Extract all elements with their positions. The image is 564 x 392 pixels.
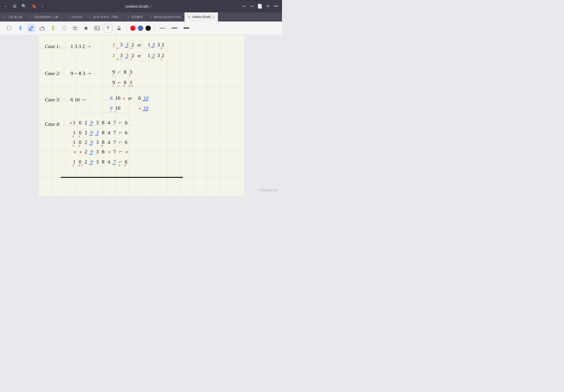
c4r3-9: 9 [90, 149, 93, 155]
case1-r2-1: 1 [112, 52, 115, 58]
tab-wrong-question[interactable]: ✕ Wrong question book [147, 13, 184, 22]
content-layer: Case 1: 1 3 3 2 → 1 ✕ 3 3 2 ✕ or 1 3 [38, 35, 244, 196]
tab-formula[interactable]: ✕ Formula [64, 13, 86, 22]
tab-shang-ce[interactable]: ✕ 上册 第七版 [0, 13, 26, 22]
line-width-medium-button[interactable] [170, 27, 179, 29]
stamp-tool-button[interactable] [115, 24, 123, 32]
case1-r1-x2: ✕ [130, 47, 132, 50]
search-button[interactable]: 🔍 [21, 4, 27, 9]
c4r2-7: 7 [113, 139, 116, 145]
text-tool-button[interactable]: T [104, 24, 112, 32]
case1-label: Case 1: [45, 43, 60, 49]
highlighter-tool-button[interactable] [49, 24, 57, 32]
tab-close-icon[interactable]: ✕ [150, 15, 152, 19]
pen-icon [29, 26, 33, 31]
toolbar: T [0, 22, 282, 35]
tab-gaodeng[interactable]: ✕ 高等数学 [124, 13, 147, 22]
pen-tool-button[interactable] [27, 24, 35, 32]
case1-r1v2-3a: 3 [152, 42, 155, 48]
tab-close-icon[interactable]: ✕ [3, 15, 5, 19]
tab-close-icon[interactable]: ✕ [29, 15, 31, 19]
color-blue-button[interactable] [138, 26, 143, 31]
tab-label: Formula [72, 15, 82, 19]
color-black-button[interactable] [146, 26, 151, 31]
close-window-button[interactable]: ✕ [266, 4, 270, 9]
tab-expand-icon[interactable]: ⊞ [212, 15, 215, 19]
lasso-tool-button[interactable] [60, 24, 68, 32]
c4r4-x6: ✕ [124, 164, 126, 167]
c4s0-9: 9 [90, 120, 93, 126]
tab-xi-ti[interactable]: ✕ 习题全解指南 (上册... [26, 13, 64, 22]
separator-2 [154, 25, 154, 31]
more-options-button[interactable]: ••• [274, 4, 278, 9]
case3-r2-check16: ✓ [114, 110, 116, 113]
image-tool-button[interactable] [93, 24, 101, 32]
case1-r2-3b: 3 [125, 52, 128, 58]
share-button[interactable]: ↑ [41, 4, 43, 9]
c4s0-j: ⌐ [119, 120, 122, 126]
c4r1-3: 3 [96, 129, 99, 136]
c4s0-1: 1 [73, 120, 76, 126]
c4r4-2: 2 [85, 159, 87, 165]
back-button[interactable]: ← [4, 4, 8, 9]
c4r3-x4: ✕ [108, 150, 111, 154]
line-width-thick-button[interactable] [182, 27, 191, 30]
document-title[interactable]: Untitled (Draft) [125, 4, 149, 8]
c4r3-x6: ✕ [125, 150, 128, 154]
titlebar-right: ↩ ↪ 📄 ✕ ••• [242, 4, 278, 9]
redo-button[interactable]: ↪ [250, 4, 253, 9]
c4r3-j: ⌐ [119, 149, 122, 155]
case4-label: Case 4: [45, 121, 60, 127]
tab-label: 上册 第七版 [7, 15, 22, 19]
tab-label: 习题全解指南 (上册... [33, 15, 60, 19]
line-width-thin-button[interactable] [158, 27, 167, 29]
title-dropdown-icon[interactable]: ∨ [150, 4, 152, 8]
c4r3-7: 7 [113, 149, 116, 155]
canvas-area[interactable]: Case 1: 1 3 3 2 → 1 ✕ 3 3 2 ✕ or 1 3 [0, 35, 282, 196]
color-red-button[interactable] [130, 26, 136, 31]
eraser-tool-button[interactable] [38, 24, 46, 32]
tab-untitled-draft[interactable]: ✕ Untitled (Draft) ⊞ [184, 13, 218, 22]
tab-label: 高等数学 [131, 15, 143, 19]
stamp-icon [116, 26, 122, 31]
case1-r2-x2: ✕ [130, 58, 132, 60]
favorites-tool-button[interactable] [82, 24, 90, 32]
svg-point-5 [62, 26, 66, 30]
svg-rect-0 [7, 26, 11, 30]
case1-r1-3a: 3 [120, 42, 123, 48]
select-tool-button[interactable] [5, 24, 14, 32]
title-dots: ••• [154, 5, 157, 8]
case1-r1-3b: 3 [125, 42, 128, 48]
titlebar: ← ⊞ 🔍 🔖 ↑ Untitled (Draft) ∨ ••• ↩ ↪ 📄 ✕… [0, 0, 282, 13]
new-doc-button[interactable]: 📄 [257, 4, 262, 9]
star-icon [72, 26, 78, 31]
tab-close-icon[interactable]: ✕ [127, 15, 130, 19]
tab-2024[interactable]: ✕ 2024 全年本（手帐） [86, 13, 124, 22]
case1-r1v2-x: ✕ [160, 47, 163, 50]
watermark: © 青春pig头少年 [259, 189, 278, 192]
c4r2-6: 6 [125, 139, 127, 145]
bluetooth-icon [18, 26, 22, 31]
c4r2-x0: ✕ [78, 144, 80, 147]
tab-close-icon[interactable]: ✕ [68, 15, 70, 19]
tab-close-icon[interactable]: ✕ [89, 15, 91, 19]
c4r4-9: 9 [90, 159, 93, 165]
bookmark-button[interactable]: 🔖 [31, 4, 37, 9]
case1-r2-or: or [138, 53, 141, 58]
eraser-icon [40, 26, 45, 31]
c4r2-j: ⌐ [119, 139, 122, 145]
case2-r2-checkj: ✓ [117, 84, 120, 88]
c4r4-xj: ✕ [118, 164, 121, 167]
svg-rect-12 [117, 29, 121, 30]
case3-r1-6b: 6 [138, 95, 141, 101]
c4r4-7: 7 [113, 159, 116, 165]
c4r4-3: 3 [96, 159, 99, 165]
bluetooth-tool-button[interactable] [16, 24, 24, 32]
apps-button[interactable]: ⊞ [13, 4, 16, 9]
notebook[interactable]: Case 1: 1 3 3 2 → 1 ✕ 3 3 2 ✕ or 1 3 [38, 35, 244, 196]
undo-button[interactable]: ↩ [242, 4, 246, 9]
case3-sequence: 6 16 → [70, 97, 86, 102]
star-tool-button[interactable] [71, 24, 79, 32]
c4r3-x1: ✕ [73, 150, 76, 154]
tab-close-active-icon[interactable]: ✕ [188, 15, 190, 19]
